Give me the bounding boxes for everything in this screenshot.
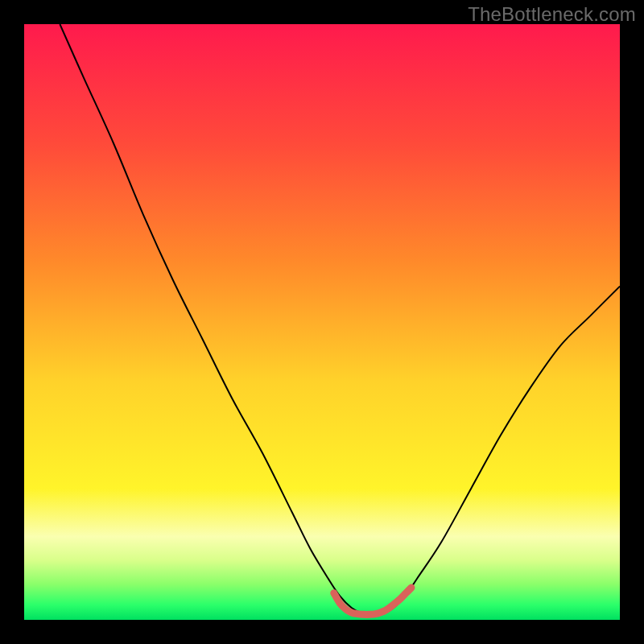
watermark-label: TheBottleneck.com: [468, 3, 636, 26]
chart-frame: TheBottleneck.com: [0, 0, 644, 644]
gradient-background: [24, 24, 620, 620]
chart-svg: [24, 24, 620, 620]
plot-area: [24, 24, 620, 620]
